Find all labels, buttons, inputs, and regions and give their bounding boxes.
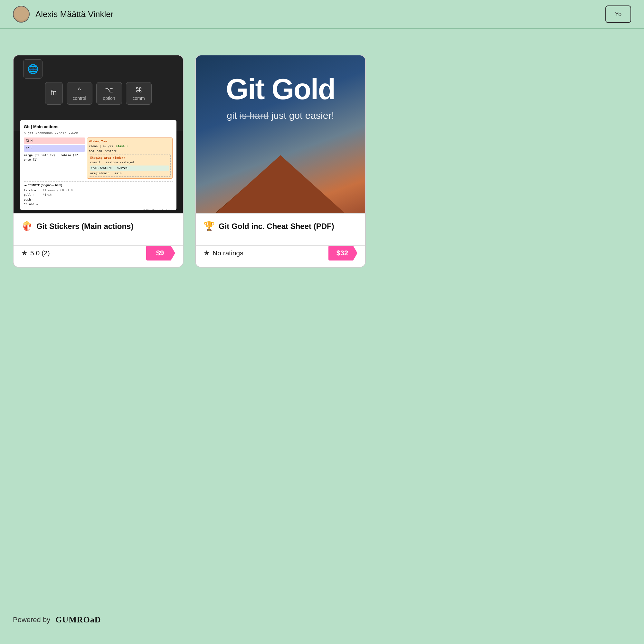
git-stickers-image: fn ^ control ⌥ option ⌘ comm: [14, 55, 183, 213]
product-card-git-stickers[interactable]: fn ^ control ⌥ option ⌘ comm: [13, 55, 184, 268]
star-icon: ★: [21, 249, 28, 257]
control-symbol: ^: [78, 86, 81, 94]
header-right-button[interactable]: Yo: [605, 5, 631, 23]
remote-commands: fetch → pull → push ← *clone → C1 main /…: [24, 188, 173, 206]
sticker-title: Git | Main actions: [24, 124, 173, 130]
header: Alexis Määttä Vinkler Yo: [0, 0, 644, 29]
git-gold-rating-value: No ratings: [213, 249, 243, 257]
footer: Powered by GUMROaD: [13, 615, 101, 625]
git-stickers-title: Git Stickers (Main actions): [36, 222, 133, 231]
subtitle-prefix: git: [227, 110, 240, 121]
header-right-label: Yo: [615, 11, 621, 18]
git-gold-background: Git Gold git is hard just got easier!: [196, 55, 365, 213]
sticker-content: Git | Main actions $ git <command> --hel…: [20, 120, 176, 210]
staging-area-box: Staging Area (Index) commit restore --st…: [89, 155, 171, 177]
sticker-branch-area: f2 M f2 C merge (f1 into f2) rebase (f2 …: [24, 137, 85, 179]
avatar: [13, 6, 30, 23]
git-gold-main-title: Git Gold: [226, 75, 335, 104]
working-tree-box: Working Tree clean | mv /rm stash ↑ adda…: [87, 137, 173, 179]
globe-key: 🌐: [23, 59, 43, 79]
globe-icon: 🌐: [27, 64, 39, 74]
git-gold-price-value: $32: [336, 249, 348, 257]
git-stickers-footer: ★ 5.0 (2) $9: [14, 245, 183, 267]
user-name: Alexis Määttä Vinkler: [35, 9, 113, 19]
header-left: Alexis Määttä Vinkler: [13, 6, 113, 23]
gumroad-brand: GUMROaD: [55, 615, 101, 624]
control-key: ^ control: [67, 82, 92, 105]
git-gold-image: Git Gold git is hard just got easier!: [196, 55, 365, 213]
keyboard-background: fn ^ control ⌥ option ⌘ comm: [14, 55, 183, 213]
git-gold-info: 🏆 Git Gold inc. Cheat Sheet (PDF): [196, 213, 365, 240]
git-gold-emoji: 🏆: [204, 221, 215, 232]
git-stickers-emoji: 🍿: [21, 221, 33, 232]
sticker-attribution: @Stjaertfena | git-init.com: [24, 208, 173, 210]
control-label: control: [72, 96, 86, 101]
product-card-git-gold[interactable]: Git Gold git is hard just got easier! 🏆 …: [195, 55, 366, 268]
fn-key: fn: [45, 82, 63, 105]
star-icon-2: ★: [204, 249, 210, 257]
powered-by-text: Powered by: [13, 616, 50, 624]
fn-symbol: fn: [51, 89, 57, 97]
subtitle-strikethrough: is hard: [240, 110, 269, 121]
git-gold-subtitle: git is hard just got easier!: [227, 110, 334, 121]
remote-label: ☁ REMOTE (origin/ — bare): [24, 183, 173, 187]
git-stickers-info: 🍿 Git Stickers (Main actions): [14, 213, 183, 240]
sticker-remote-section: ☁ REMOTE (origin/ — bare) fetch → pull →…: [24, 181, 173, 206]
git-gold-title-row: 🏆 Git Gold inc. Cheat Sheet (PDF): [204, 221, 357, 232]
command-symbol: ⌘: [135, 86, 142, 94]
git-stickers-title-row: 🍿 Git Stickers (Main actions): [21, 221, 175, 232]
mountain-center: [216, 155, 345, 213]
main-content: fn ^ control ⌥ option ⌘ comm: [0, 29, 644, 287]
git-gold-rating: ★ No ratings: [204, 249, 243, 257]
command-label: comm: [132, 96, 145, 101]
git-sticker-overlay: Git | Main actions $ git <command> --hel…: [20, 120, 176, 210]
sticker-working-tree: Working Tree clean | mv /rm stash ↑ adda…: [87, 137, 173, 179]
sticker-main-grid: f2 M f2 C merge (f1 into f2) rebase (f2 …: [24, 137, 173, 179]
git-stickers-price-value: $9: [156, 249, 164, 257]
git-gold-footer: ★ No ratings $32: [196, 245, 365, 267]
git-gold-title: Git Gold inc. Cheat Sheet (PDF): [219, 222, 334, 231]
option-symbol: ⌥: [105, 86, 113, 94]
gumroad-logo[interactable]: GUMROaD: [55, 615, 101, 625]
avatar-face: [14, 6, 29, 22]
option-label: option: [103, 96, 115, 101]
git-stickers-price[interactable]: $9: [146, 246, 175, 260]
subtitle-suffix: just got easier!: [271, 110, 334, 121]
option-key: ⌥ option: [96, 82, 122, 105]
git-gold-price[interactable]: $32: [328, 246, 357, 260]
git-stickers-rating: ★ 5.0 (2): [21, 249, 50, 257]
command-key: ⌘ comm: [126, 82, 152, 105]
git-stickers-rating-value: 5.0 (2): [30, 249, 50, 257]
sticker-command: $ git <command> --help --web: [24, 131, 173, 136]
